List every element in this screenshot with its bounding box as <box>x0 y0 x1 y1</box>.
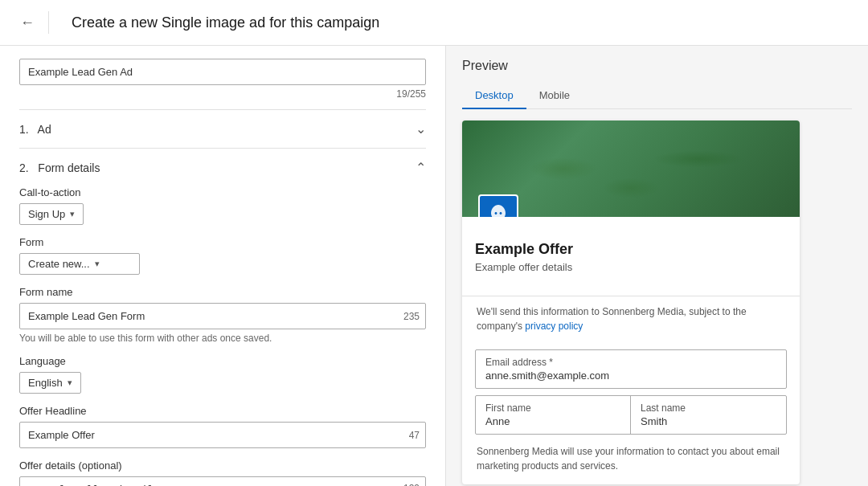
section-form-header[interactable]: 2. Form details ⌃ <box>19 160 426 175</box>
form-name-helper-text: You will be able to use this form with o… <box>19 333 426 344</box>
header-divider <box>48 11 49 34</box>
cta-value: Sign Up <box>28 208 65 220</box>
section-form-title: 2. Form details <box>19 161 100 174</box>
first-name-preview-field: First name Anne <box>476 396 631 434</box>
offer-details-textarea-wrapper: 139 <box>19 476 426 486</box>
cta-field-group: Call-to-action Sign Up ▾ <box>19 186 426 225</box>
section-ad-header[interactable]: 1. Ad ⌄ <box>19 121 426 137</box>
preview-title: Preview <box>462 59 852 73</box>
form-value: Create new... <box>28 258 90 270</box>
form-select[interactable]: Create new... ▾ <box>19 253 140 275</box>
offer-headline-input[interactable] <box>19 422 426 448</box>
logo-icon <box>486 202 510 217</box>
offer-details-char-count: 139 <box>403 483 420 486</box>
offer-headline-label: Offer Headline <box>19 405 426 417</box>
preview-tabs: Desktop Mobile <box>462 83 852 109</box>
last-name-preview-label: Last name <box>641 402 776 414</box>
page-title: Create a new Single image ad for this ca… <box>72 14 379 31</box>
first-name-preview-value: Anne <box>485 415 620 427</box>
form-chevron-down-icon: ▾ <box>95 259 100 269</box>
section-form-details: 2. Form details ⌃ Call-to-action Sign Up… <box>19 148 426 486</box>
language-label: Language <box>19 355 426 367</box>
offer-details-textarea[interactable] <box>19 476 426 486</box>
section-form-number: 2. <box>19 161 29 174</box>
privacy-text: We'll send this information to Sonnenber… <box>475 304 787 333</box>
form-field-group: Form Create new... ▾ <box>19 236 426 275</box>
header: ← Create a new Single image ad for this … <box>0 0 868 46</box>
section-ad-chevron-down-icon: ⌄ <box>416 121 426 137</box>
section-form-chevron-up-icon: ⌃ <box>416 160 426 175</box>
cta-select[interactable]: Sign Up ▾ <box>19 203 84 225</box>
offer-headline-input-wrapper: 47 <box>19 422 426 448</box>
privacy-policy-link[interactable]: privacy policy <box>525 321 583 332</box>
tab-desktop[interactable]: Desktop <box>462 83 526 109</box>
first-name-preview-label: First name <box>485 402 620 414</box>
cta-chevron-down-icon: ▾ <box>70 209 75 219</box>
ad-name-field <box>19 59 426 85</box>
offer-details-preview-text: Example offer details <box>475 261 787 273</box>
ad-name-input[interactable] <box>19 59 426 85</box>
offer-name-text: Example Offer <box>475 241 787 258</box>
language-field-group: Language English ▾ <box>19 355 426 394</box>
last-name-preview-field: Last name Smith <box>631 396 786 434</box>
offer-details-label: Offer details (optional) <box>19 459 426 472</box>
bottom-disclaimer-text: Sonnenberg Media will use your informati… <box>475 441 787 476</box>
cta-label: Call-to-action <box>19 186 426 198</box>
privacy-section: We'll send this information to Sonnenber… <box>462 296 800 349</box>
email-preview-field: Email address * anne.smith@example.com <box>475 349 787 389</box>
form-name-input-wrapper: 235 <box>19 303 426 329</box>
ad-name-char-count: 19/255 <box>19 88 426 100</box>
language-value: English <box>28 377 63 389</box>
form-name-field-group: Form name 235 You will be able to use th… <box>19 286 426 344</box>
tab-mobile[interactable]: Mobile <box>526 83 583 109</box>
preview-body: Example Offer Example offer details <box>462 217 800 296</box>
language-select[interactable]: English ▾ <box>19 372 81 394</box>
form-name-char-count: 235 <box>403 311 420 322</box>
main-content: 19/255 1. Ad ⌄ 2. Form details ⌃ <box>0 46 868 486</box>
offer-headline-char-count: 47 <box>409 430 420 441</box>
offer-logo <box>478 194 518 217</box>
section-ad-number: 1. <box>19 123 29 136</box>
back-button[interactable]: ← <box>16 11 39 34</box>
form-name-input[interactable] <box>19 303 426 329</box>
preview-hero-image <box>462 120 800 217</box>
email-preview-value: anne.smith@example.com <box>485 370 776 382</box>
offer-details-field-group: Offer details (optional) 139 <box>19 459 426 486</box>
form-label: Form <box>19 236 426 248</box>
right-panel: Preview Desktop Mobile Example Offer Exa… <box>446 46 868 486</box>
form-name-label: Form name <box>19 286 426 298</box>
language-chevron-down-icon: ▾ <box>68 378 72 388</box>
last-name-preview-value: Smith <box>641 415 776 427</box>
email-preview-label: Email address * <box>485 357 776 368</box>
section-ad-title: 1. Ad <box>19 123 51 136</box>
left-panel: 19/255 1. Ad ⌄ 2. Form details ⌃ <box>0 46 446 486</box>
name-preview-fields: First name Anne Last name Smith <box>475 395 787 435</box>
email-field-section: Email address * anne.smith@example.com F… <box>462 349 800 484</box>
section-ad: 1. Ad ⌄ <box>19 109 426 148</box>
offer-headline-field-group: Offer Headline 47 <box>19 405 426 448</box>
preview-card: Example Offer Example offer details We'l… <box>462 120 800 484</box>
